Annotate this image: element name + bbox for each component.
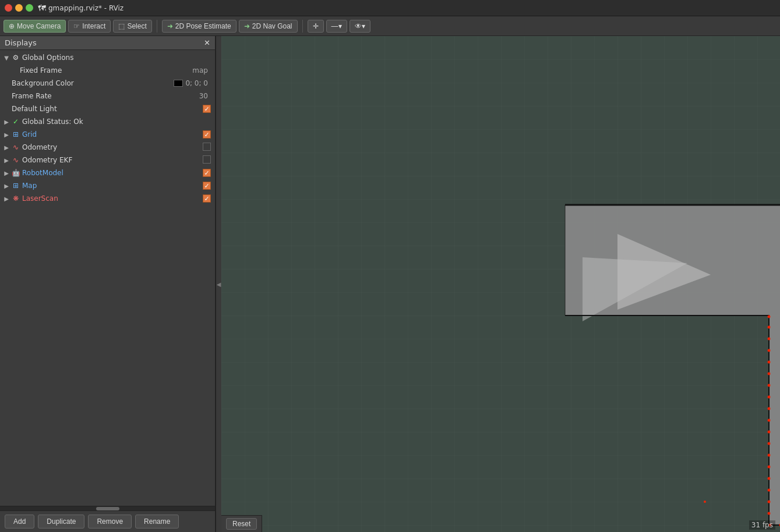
robot-model-item[interactable]: ▶ 🤖 RobotModel ✓	[0, 166, 215, 179]
odometry-item[interactable]: ▶ ∿ Odometry	[0, 141, 215, 154]
plus-icon: ✛	[313, 22, 319, 30]
bottom-buttons: Add Duplicate Remove Rename	[0, 510, 215, 532]
main-layout: Displays ✕ ▼ ⚙ Global Options Fixed Fram…	[0, 36, 780, 532]
global-options-label: Global Options	[22, 54, 213, 62]
pose-estimate-icon: ➜	[167, 22, 173, 30]
map-visualization	[221, 36, 780, 532]
fps-counter: 31 fps	[749, 520, 775, 530]
displays-close-button[interactable]: ✕	[204, 38, 210, 47]
add-button[interactable]: Add	[5, 515, 34, 529]
svg-point-69	[768, 431, 771, 434]
map-checkbox[interactable]: ✓	[201, 182, 213, 190]
grid-checkbox[interactable]: ✓	[201, 130, 213, 139]
svg-point-70	[768, 419, 771, 422]
horizontal-scrollbar[interactable]	[0, 506, 215, 510]
laser-scan-item[interactable]: ▶ ❋ LaserScan ✓	[0, 192, 215, 205]
map-item[interactable]: ▶ ⊞ Map ✓	[0, 179, 215, 192]
global-options-item[interactable]: ▼ ⚙ Global Options	[0, 51, 215, 64]
robot-model-arrow: ▶	[2, 170, 10, 176]
frame-rate-label: Frame Rate	[12, 92, 199, 100]
global-status-item[interactable]: ▶ ✓ Global Status: Ok	[0, 115, 215, 128]
fixed-frame-row[interactable]: Fixed Frame map	[0, 64, 215, 77]
collapse-icon: ◀	[217, 281, 221, 288]
move-camera-icon: ⊕	[9, 22, 15, 30]
nav-goal-button[interactable]: ➜ 2D Nav Goal	[239, 20, 298, 33]
default-light-label: Default Light	[12, 105, 201, 113]
odometry-ekf-arrow: ▶	[2, 157, 10, 164]
toolbar: ⊕ Move Camera ☞ Interact ⬚ Select ➜ 2D P…	[0, 16, 780, 36]
interact-icon: ☞	[73, 22, 80, 30]
map-label: Map	[22, 182, 201, 190]
default-light-row[interactable]: Default Light ✓	[0, 102, 215, 115]
svg-point-80	[704, 501, 706, 503]
tree-footer	[0, 279, 215, 506]
svg-point-71	[768, 407, 771, 410]
grid-item[interactable]: ▶ ⊞ Grid ✓	[0, 128, 215, 141]
toolbar-separator-2	[302, 20, 303, 33]
interact-button[interactable]: ☞ Interact	[68, 20, 111, 33]
svg-point-77	[768, 338, 771, 341]
laser-scan-label: LaserScan	[22, 194, 201, 203]
nav-goal-icon: ➜	[244, 22, 250, 30]
svg-point-62	[768, 512, 771, 515]
collapse-handle[interactable]: ◀	[216, 36, 221, 532]
select-icon: ⬚	[118, 22, 125, 30]
laser-scan-checkbox[interactable]: ✓	[201, 194, 213, 203]
duplicate-button[interactable]: Duplicate	[38, 515, 84, 529]
reset-button[interactable]: Reset	[226, 518, 257, 530]
close-window-button[interactable]	[5, 4, 12, 12]
svg-point-76	[768, 349, 771, 352]
svg-point-74	[768, 373, 771, 375]
bg-color-value: 0; 0; 0	[185, 79, 208, 87]
eye-icon: 👁▾	[355, 22, 365, 30]
select-button[interactable]: ⬚ Select	[113, 20, 151, 33]
extra-tool-2[interactable]: —▾	[326, 20, 347, 33]
pose-estimate-button[interactable]: ➜ 2D Pose Estimate	[162, 20, 237, 33]
extra-tool-1[interactable]: ✛	[308, 20, 324, 33]
fixed-frame-label: Fixed Frame	[20, 66, 192, 75]
laser-scan-arrow: ▶	[2, 196, 10, 202]
displays-header: Displays ✕	[0, 36, 215, 50]
window-controls	[5, 4, 33, 12]
rename-button[interactable]: Rename	[135, 515, 179, 529]
svg-point-64	[768, 489, 771, 492]
gear-icon: ⚙	[10, 54, 21, 62]
minimize-window-button[interactable]	[15, 4, 23, 12]
extra-tool-3[interactable]: 👁▾	[350, 20, 370, 33]
move-camera-button[interactable]: ⊕ Move Camera	[3, 20, 66, 33]
grid-arrow: ▶	[2, 132, 10, 138]
bg-color-label: Background Color	[12, 79, 174, 87]
fixed-frame-value: map	[192, 66, 208, 75]
viewport[interactable]: 31 fps Reset	[221, 36, 780, 532]
displays-title: Displays	[5, 38, 37, 47]
tree-panel[interactable]: ▼ ⚙ Global Options Fixed Frame map Backg…	[0, 50, 215, 279]
robot-model-label: RobotModel	[22, 169, 201, 177]
frame-rate-value: 30	[199, 92, 208, 100]
svg-point-78	[768, 326, 771, 329]
reset-area: Reset	[221, 515, 262, 532]
bg-color-row[interactable]: Background Color 0; 0; 0	[0, 77, 215, 90]
odometry-ekf-checkbox[interactable]	[201, 155, 213, 165]
svg-point-73	[768, 384, 771, 387]
odometry-ekf-label: Odometry EKF	[22, 156, 201, 164]
svg-point-67	[768, 454, 771, 457]
robot-model-checkbox[interactable]: ✓	[201, 169, 213, 177]
svg-point-68	[768, 442, 771, 445]
odometry-checkbox[interactable]	[201, 143, 213, 152]
odometry-ekf-item[interactable]: ▶ ∿ Odometry EKF	[0, 154, 215, 166]
minus-icon: —▾	[331, 22, 342, 30]
titlebar: 🗺 gmapping.rviz* - RViz	[0, 0, 780, 16]
default-light-checkbox[interactable]: ✓	[201, 105, 213, 113]
global-status-label: Global Status: Ok	[22, 118, 213, 126]
odometry-arrow: ▶	[2, 144, 10, 151]
maximize-window-button[interactable]	[26, 4, 33, 12]
window-title: gmapping.rviz* - RViz	[48, 4, 123, 12]
bg-color-swatch	[174, 80, 183, 87]
svg-point-66	[768, 466, 771, 469]
frame-rate-row[interactable]: Frame Rate 30	[0, 90, 215, 102]
svg-point-63	[768, 501, 771, 503]
left-panel: Displays ✕ ▼ ⚙ Global Options Fixed Fram…	[0, 36, 216, 532]
svg-point-72	[768, 396, 771, 399]
remove-button[interactable]: Remove	[88, 515, 132, 529]
odometry-label: Odometry	[22, 143, 201, 151]
